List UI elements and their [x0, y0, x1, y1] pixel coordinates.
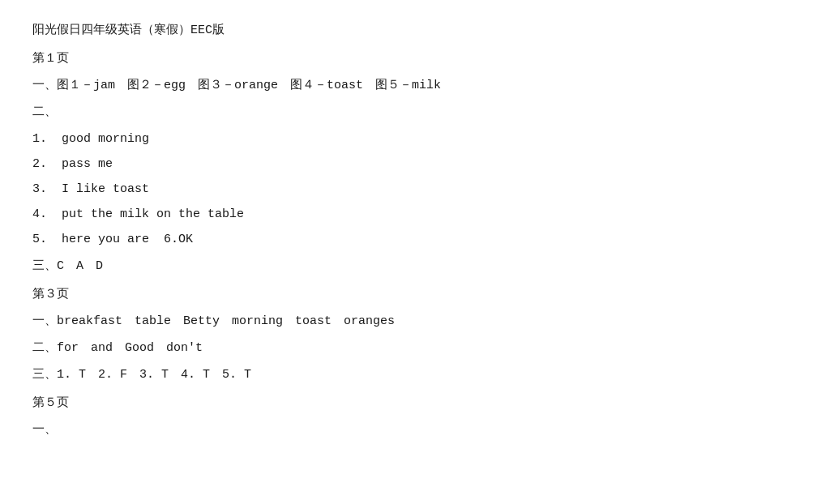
page1-section1: 一、图１－jam 图２－egg 图３－orange 图４－toast 图５－mi…: [32, 75, 762, 96]
page5-label: 第５页: [32, 392, 762, 414]
page1-section2-label: 二、: [32, 101, 762, 123]
page3-label: 第３页: [32, 284, 762, 305]
list-item-4: 4. put the milk on the table: [32, 203, 762, 225]
page1-label: 第１页: [32, 48, 762, 70]
page3-section1: 一、breakfast table Betty morning toast or…: [32, 310, 762, 332]
page3-section2: 二、for and Good don't: [32, 337, 762, 359]
page1-section3: 三、C A D: [32, 255, 762, 277]
main-title: 阳光假日四年级英语（寒假）EEC版: [32, 19, 762, 41]
main-content: 阳光假日四年级英语（寒假）EEC版 第１页 一、图１－jam 图２－egg 图３…: [32, 19, 762, 441]
page3-section3: 三、1. T 2. F 3. T 4. T 5. T: [32, 364, 762, 386]
list-item-3: 3. I like toast: [32, 178, 762, 200]
list-item-5: 5. here you are 6.OK: [32, 229, 762, 250]
list-item-1: 1. good morning: [32, 128, 762, 150]
page5-section1-label: 一、: [32, 419, 762, 441]
list-item-2: 2. pass me: [32, 153, 762, 175]
